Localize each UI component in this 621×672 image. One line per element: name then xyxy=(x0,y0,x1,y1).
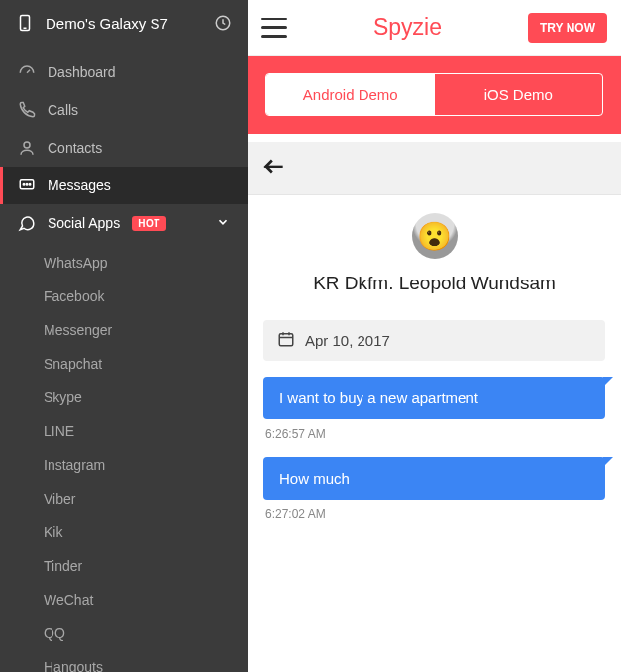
message-icon xyxy=(18,176,36,194)
person-icon xyxy=(18,139,36,157)
device-selector[interactable]: Demo's Galaxy S7 xyxy=(0,0,248,46)
sidebar-subitem[interactable]: Hangouts xyxy=(0,650,248,672)
sidebar-item-calls[interactable]: Calls xyxy=(0,91,248,129)
sidebar-nav: Dashboard Calls Contacts Messages Social… xyxy=(0,46,248,672)
message-bubble: How much xyxy=(263,457,605,500)
sidebar-subitem[interactable]: LINE xyxy=(0,414,248,448)
sidebar-item-social[interactable]: Social Apps HOT xyxy=(0,204,248,242)
message-timestamp: 6:26:57 AM xyxy=(265,427,603,441)
avatar: 😮 xyxy=(412,213,458,259)
tab-ios-demo[interactable]: iOS Demo xyxy=(435,74,603,115)
sidebar-subitem[interactable]: QQ xyxy=(0,616,248,650)
message-timestamp: 6:27:02 AM xyxy=(265,507,603,521)
date-label: Apr 10, 2017 xyxy=(305,332,390,349)
chevron-down-icon xyxy=(216,215,230,232)
smartphone-icon xyxy=(16,14,34,32)
sidebar-subitem[interactable]: Skype xyxy=(0,381,248,414)
clock-icon xyxy=(214,14,232,32)
sidebar-item-label: Dashboard xyxy=(48,64,116,80)
back-arrow-icon[interactable] xyxy=(261,154,287,183)
message-bubble: I want to buy a new apartment xyxy=(263,377,605,419)
contact-header: 😮 KR Dkfm. Leopold Wundsam xyxy=(248,195,621,320)
sidebar-item-label: Social Apps xyxy=(48,215,120,231)
header: Spyzie TRY NOW xyxy=(248,0,621,56)
svg-point-4 xyxy=(24,142,30,148)
sidebar-subitem[interactable]: Instagram xyxy=(0,448,248,482)
sidebar-subitem[interactable]: Messenger xyxy=(0,313,248,347)
sidebar-item-contacts[interactable]: Contacts xyxy=(0,129,248,167)
svg-line-3 xyxy=(27,70,30,73)
hamburger-menu-icon[interactable] xyxy=(261,18,287,38)
svg-point-6 xyxy=(23,184,25,186)
contact-name: KR Dkfm. Leopold Wundsam xyxy=(248,273,621,294)
device-name: Demo's Galaxy S7 xyxy=(46,15,168,32)
sidebar: Be updated: Apr 10, 2017 11:26 Demo's Ga… xyxy=(0,0,248,672)
back-bar xyxy=(248,142,621,195)
main-panel: Spyzie TRY NOW Android Demo iOS Demo 😮 K… xyxy=(248,0,621,672)
calendar-icon xyxy=(277,330,295,351)
sidebar-item-label: Calls xyxy=(48,102,78,118)
tab-android-demo[interactable]: Android Demo xyxy=(266,74,435,115)
sidebar-subitem[interactable]: Viber xyxy=(0,482,248,515)
brand-title: Spyzie xyxy=(301,14,514,41)
sidebar-subitem[interactable]: WhatsApp xyxy=(0,246,248,280)
svg-point-7 xyxy=(26,184,28,186)
sidebar-subitem[interactable]: WeChat xyxy=(0,583,248,616)
sidebar-subitem[interactable]: Snapchat xyxy=(0,347,248,381)
chat-bubble-icon xyxy=(18,214,36,232)
message-list: I want to buy a new apartment6:26:57 AMH… xyxy=(248,361,621,553)
sidebar-subitem[interactable]: Tinder xyxy=(0,549,248,583)
date-pill: Apr 10, 2017 xyxy=(263,320,605,361)
svg-rect-10 xyxy=(279,334,293,346)
sidebar-item-dashboard[interactable]: Dashboard xyxy=(0,54,248,91)
sidebar-item-messages[interactable]: Messages xyxy=(0,167,248,204)
hot-badge: HOT xyxy=(132,216,166,231)
try-now-button[interactable]: TRY NOW xyxy=(528,13,607,43)
gauge-icon xyxy=(18,63,36,81)
demo-tab-bar: Android Demo iOS Demo xyxy=(248,56,621,134)
social-apps-submenu: WhatsAppFacebookMessengerSnapchatSkypeLI… xyxy=(0,242,248,672)
sidebar-subitem[interactable]: Facebook xyxy=(0,280,248,313)
sidebar-item-label: Contacts xyxy=(48,140,102,156)
svg-point-8 xyxy=(29,184,31,186)
sidebar-item-label: Messages xyxy=(48,177,111,193)
sidebar-subitem[interactable]: Kik xyxy=(0,515,248,549)
phone-icon xyxy=(18,101,36,119)
